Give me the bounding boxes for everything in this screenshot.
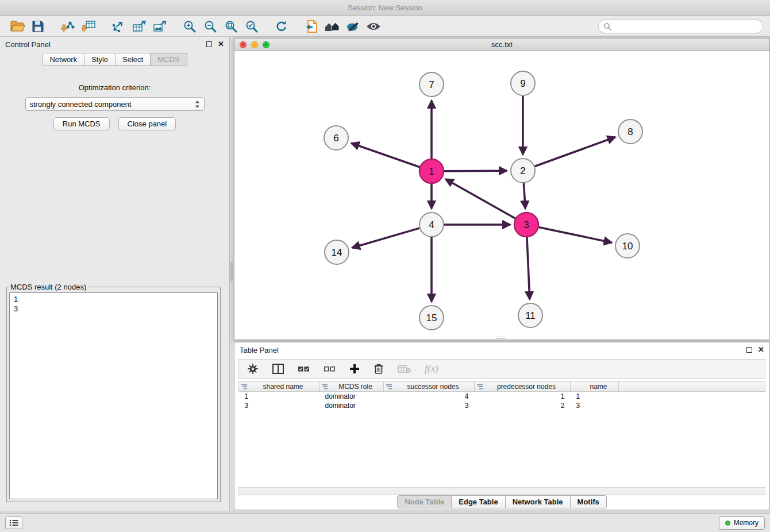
table-cell[interactable]: 1 (475, 392, 571, 401)
float-table-panel-icon[interactable] (746, 347, 752, 353)
splitter-thumb[interactable] (230, 262, 233, 282)
export-network-button[interactable] (108, 17, 129, 36)
zoom-in-button[interactable] (179, 17, 200, 36)
tab-mcds[interactable]: MCDS (151, 53, 187, 66)
export-table-button[interactable] (129, 17, 149, 36)
network-window-titlebar[interactable]: ✕ − + scc.txt (234, 38, 769, 51)
table-cell[interactable]: 3 (384, 401, 475, 410)
float-panel-icon[interactable] (206, 41, 212, 47)
tab-motifs[interactable]: Motifs (571, 495, 607, 508)
close-panel-button[interactable]: Close panel (118, 117, 176, 130)
table-horizontal-scrollbar[interactable] (238, 487, 765, 495)
delete-table-button[interactable] (398, 361, 411, 377)
tab-network-table[interactable]: Network Table (506, 495, 571, 508)
delete-row-button[interactable] (374, 361, 384, 377)
graph-node-11[interactable]: 11 (518, 303, 542, 327)
svg-text:2: 2 (520, 165, 525, 176)
style-badge-button[interactable] (342, 17, 363, 36)
graph-edge-3-11[interactable] (527, 237, 530, 299)
maximize-window-icon[interactable]: + (263, 41, 270, 48)
graph-node-9[interactable]: 9 (511, 71, 535, 95)
graphics-details-button[interactable] (363, 17, 384, 36)
graph-edge-1-6[interactable] (351, 143, 419, 167)
svg-text:14: 14 (332, 247, 342, 258)
apply-layout-button[interactable] (271, 17, 292, 36)
memory-button[interactable]: Memory (719, 516, 765, 530)
sort-icon (386, 384, 392, 390)
graph-node-14[interactable]: 14 (325, 240, 349, 264)
table-cell[interactable]: 1 (239, 392, 319, 401)
minimize-window-icon[interactable]: − (251, 41, 258, 48)
search-input[interactable] (614, 22, 758, 30)
zoom-out-button[interactable] (200, 17, 221, 36)
graph-node-15[interactable]: 15 (419, 306, 444, 330)
graph-edge-3-1[interactable] (445, 179, 515, 218)
export-image-button[interactable] (149, 17, 170, 36)
table-settings-button[interactable] (247, 361, 259, 377)
panel-splitter[interactable] (230, 37, 234, 511)
graph-edge-2-3[interactable] (523, 183, 525, 209)
column-header-predecessor-nodes[interactable]: predecessor nodes (475, 381, 571, 392)
column-header-successor-nodes[interactable]: successor nodes (384, 381, 475, 392)
table-cell[interactable]: 4 (384, 392, 475, 401)
table-row[interactable]: 1dominator411 (239, 392, 765, 401)
svg-text:7: 7 (429, 79, 434, 90)
graph-edge-1-2[interactable] (444, 171, 507, 171)
open-session-button[interactable] (7, 17, 28, 36)
table-cell[interactable]: dominator (319, 392, 384, 401)
mcds-result-list[interactable]: 13 (9, 292, 218, 499)
close-table-panel-icon[interactable]: ✕ (758, 347, 764, 353)
graph-node-7[interactable]: 7 (419, 72, 444, 97)
window-resize-notch[interactable] (496, 337, 506, 339)
task-history-button[interactable] (5, 516, 22, 529)
svg-text:9: 9 (520, 78, 525, 89)
add-row-button[interactable] (349, 361, 360, 377)
table-cell[interactable]: dominator (319, 401, 384, 410)
delete-table-icon (398, 364, 411, 373)
table-cell[interactable]: 2 (475, 401, 571, 410)
graph-edge-2-8[interactable] (535, 137, 615, 167)
zoom-fit-button[interactable] (221, 17, 241, 36)
graph-edge-4-14[interactable] (352, 228, 419, 248)
graph-node-1[interactable]: 1 (419, 159, 444, 183)
tab-node-table[interactable]: Node Table (397, 495, 452, 508)
search-box[interactable] (598, 20, 763, 33)
criterion-select[interactable]: strongly connected component (25, 97, 205, 111)
tab-select[interactable]: Select (116, 53, 151, 66)
save-session-button[interactable] (28, 17, 48, 36)
import-network-button[interactable] (57, 17, 78, 36)
table-cell[interactable]: 1 (571, 392, 619, 401)
zoom-selected-button[interactable] (241, 17, 262, 36)
table-cell[interactable]: 3 (239, 401, 319, 410)
column-header-mcds-role[interactable]: MCDS role (319, 381, 384, 392)
table-panel: Table Panel ✕ (234, 342, 770, 510)
import-table-button[interactable] (78, 17, 99, 36)
export-document-button[interactable] (301, 17, 322, 36)
function-builder-button[interactable]: f(x) (425, 361, 438, 377)
column-header-name[interactable]: name (571, 381, 619, 392)
graph-node-2[interactable]: 2 (511, 159, 535, 183)
network-graph[interactable]: 7968124314101511 (234, 51, 769, 340)
graph-edge-3-10[interactable] (539, 228, 612, 243)
table-row[interactable]: 3dominator323 (239, 401, 765, 410)
export-network-icon (111, 20, 125, 33)
result-item: 1 (14, 294, 213, 304)
result-item: 3 (14, 304, 213, 314)
tab-network[interactable]: Network (42, 53, 84, 66)
select-all-button[interactable] (298, 361, 310, 377)
graph-node-6[interactable]: 6 (324, 126, 348, 150)
tab-edge-table[interactable]: Edge Table (452, 495, 505, 508)
show-columns-button[interactable] (272, 361, 284, 377)
graph-node-3[interactable]: 3 (514, 213, 538, 237)
table-cell[interactable]: 3 (571, 401, 619, 410)
deselect-all-button[interactable] (324, 361, 336, 377)
close-window-icon[interactable]: ✕ (240, 41, 247, 48)
tab-style[interactable]: Style (84, 53, 116, 66)
close-panel-icon[interactable]: ✕ (218, 41, 224, 47)
graph-node-10[interactable]: 10 (615, 234, 640, 258)
column-header-shared-name[interactable]: shared name (239, 381, 319, 392)
graph-node-8[interactable]: 8 (618, 119, 642, 144)
network-overview-button[interactable] (322, 17, 342, 36)
graph-node-4[interactable]: 4 (419, 213, 444, 237)
run-mcds-button[interactable]: Run MCDS (53, 117, 110, 130)
